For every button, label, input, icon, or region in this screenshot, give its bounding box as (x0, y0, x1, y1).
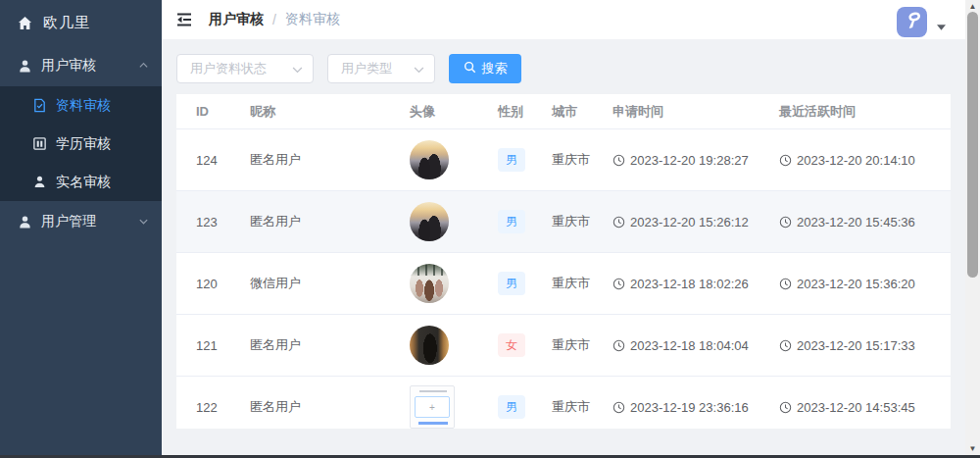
sidebar-item-realname-review[interactable]: 实名审核 (0, 163, 162, 201)
table-row[interactable]: 124 匿名用户 男 重庆市 2023-12-20 19:28:27 2023-… (176, 129, 951, 191)
filter-bar: 用户资料状态 用户类型 搜索 (176, 54, 951, 83)
clock-icon (779, 154, 792, 167)
select-placeholder: 用户类型 (341, 60, 392, 77)
cell-last-active-time: 2023-12-20 20:14:10 (779, 153, 951, 168)
sidebar-item-user-management[interactable]: 用户管理 (0, 201, 162, 242)
home-icon (18, 16, 32, 30)
user-icon (18, 215, 32, 229)
cell-apply-time: 2023-12-18 18:02:26 (612, 277, 779, 291)
clock-icon (779, 339, 792, 352)
content-area: 用户资料状态 用户类型 搜索 ID 昵称 (162, 39, 965, 458)
cell-apply-time: 2023-12-19 23:36:16 (612, 400, 779, 415)
column-header-last-active-time: 最近活跃时间 (779, 103, 951, 121)
scroll-down-icon[interactable]: ▼ (965, 442, 980, 455)
breadcrumb: 用户审核 / 资料审核 (209, 11, 340, 28)
gender-badge: 男 (498, 210, 525, 233)
sidebar-item-label: 用户管理 (41, 213, 96, 230)
gender-badge: 男 (498, 395, 525, 419)
cell-apply-time: 2023-12-20 19:28:27 (612, 153, 779, 168)
chevron-down-icon (138, 214, 149, 229)
chevron-down-icon (292, 62, 303, 76)
app-title: 欧几里 (43, 14, 90, 32)
profile-status-select[interactable]: 用户资料状态 (176, 54, 314, 83)
cell-last-active-time: 2023-12-20 15:45:36 (779, 215, 951, 229)
cell-last-active-time: 2023-12-20 14:53:45 (779, 400, 951, 415)
search-icon (464, 61, 476, 76)
cell-city: 重庆市 (552, 336, 612, 354)
cell-nickname: 匿名用户 (250, 213, 410, 230)
avatar-image (410, 140, 449, 179)
ribbon-logo-icon (901, 9, 924, 35)
sidebar-item-label: 实名审核 (56, 174, 111, 191)
sidebar-item-label: 学历审核 (56, 135, 111, 153)
sidebar-logo[interactable]: 欧几里 (0, 0, 162, 45)
cell-city: 重庆市 (552, 398, 612, 416)
breadcrumb-item-parent[interactable]: 用户审核 (209, 11, 264, 28)
sidebar-item-profile-review[interactable]: 资料审核 (0, 86, 162, 125)
clock-icon (612, 154, 625, 167)
cell-nickname: 匿名用户 (250, 151, 410, 169)
main-area: 用户审核 / 资料审核 用户资料状态 用户类型 (162, 0, 980, 458)
sidebar-item-label: 资料审核 (56, 97, 111, 115)
clock-icon (612, 216, 625, 229)
clock-icon (779, 216, 792, 229)
search-button[interactable]: 搜索 (449, 54, 521, 83)
cell-id: 123 (176, 215, 250, 229)
column-header-gender: 性别 (498, 103, 552, 121)
sidebar-submenu: 资料审核 学历审核 实名审核 (0, 86, 162, 201)
table-row[interactable]: 123 匿名用户 男 重庆市 2023-12-20 15:26:12 2023-… (176, 191, 951, 253)
search-button-label: 搜索 (482, 60, 508, 77)
cell-nickname: 微信用户 (250, 275, 410, 292)
select-placeholder: 用户资料状态 (190, 60, 267, 77)
sidebar-item-education-review[interactable]: 学历审核 (0, 125, 162, 163)
person-icon (32, 175, 47, 189)
clock-icon (612, 339, 625, 352)
cell-last-active-time: 2023-12-20 15:17:33 (779, 338, 951, 353)
table-row[interactable]: 122 匿名用户 + 男 重庆市 2023-12-19 23:36:16 (176, 377, 951, 429)
document-check-icon (32, 98, 47, 113)
gender-badge: 男 (498, 148, 525, 172)
breadcrumb-item-current: 资料审核 (285, 11, 340, 28)
data-table: ID 昵称 头像 性别 城市 申请时间 最近活跃时间 124 匿名用户 男 重庆… (176, 94, 951, 429)
cell-city: 重庆市 (552, 275, 612, 292)
clock-icon (779, 278, 792, 290)
column-header-avatar: 头像 (410, 103, 498, 121)
column-header-apply-time: 申请时间 (612, 103, 779, 121)
cell-last-active-time: 2023-12-20 15:36:20 (779, 277, 951, 291)
scrollbar-thumb[interactable] (967, 12, 978, 278)
vertical-scrollbar[interactable]: ▲ ▼ (965, 0, 980, 458)
column-header-city: 城市 (552, 103, 612, 121)
chevron-down-icon (414, 62, 424, 76)
cell-nickname: 匿名用户 (250, 398, 410, 416)
topbar: 用户审核 / 资料审核 (162, 0, 980, 39)
avatar-image (410, 202, 449, 241)
gender-badge: 男 (498, 272, 525, 295)
chevron-up-icon (138, 58, 149, 74)
table-row[interactable]: 121 匿名用户 女 重庆市 2023-12-18 18:04:04 2023-… (176, 315, 951, 377)
cell-nickname: 匿名用户 (250, 336, 410, 354)
cell-id: 122 (176, 400, 250, 415)
sidebar-item-label: 用户审核 (41, 57, 96, 75)
cell-id: 121 (176, 338, 250, 353)
clock-icon (612, 278, 625, 290)
sidebar-collapse-icon[interactable] (175, 11, 194, 29)
user-profile-avatar[interactable] (897, 7, 927, 37)
sidebar: 欧几里 用户审核 资料审核 学历审核 实名审核 (0, 0, 162, 458)
table-row[interactable]: 120 微信用户 男 重庆市 2023-12-18 18:02:26 2023-… (176, 253, 951, 315)
cell-apply-time: 2023-12-20 15:26:12 (612, 215, 779, 229)
cell-id: 120 (176, 277, 250, 291)
column-header-nickname: 昵称 (250, 103, 410, 121)
clock-icon (779, 401, 792, 414)
cell-city: 重庆市 (552, 151, 612, 169)
cell-id: 124 (176, 153, 250, 168)
table-header-row: ID 昵称 头像 性别 城市 申请时间 最近活跃时间 (176, 94, 951, 129)
cell-apply-time: 2023-12-18 18:04:04 (612, 338, 779, 353)
sidebar-item-user-review[interactable]: 用户审核 (0, 45, 162, 86)
clock-icon (612, 401, 625, 414)
avatar-image: + (410, 385, 455, 429)
avatar-image (410, 264, 449, 303)
user-menu-caret-icon[interactable] (937, 19, 946, 33)
user-type-select[interactable]: 用户类型 (327, 54, 435, 83)
gender-badge: 女 (498, 333, 525, 357)
user-icon (18, 59, 32, 74)
